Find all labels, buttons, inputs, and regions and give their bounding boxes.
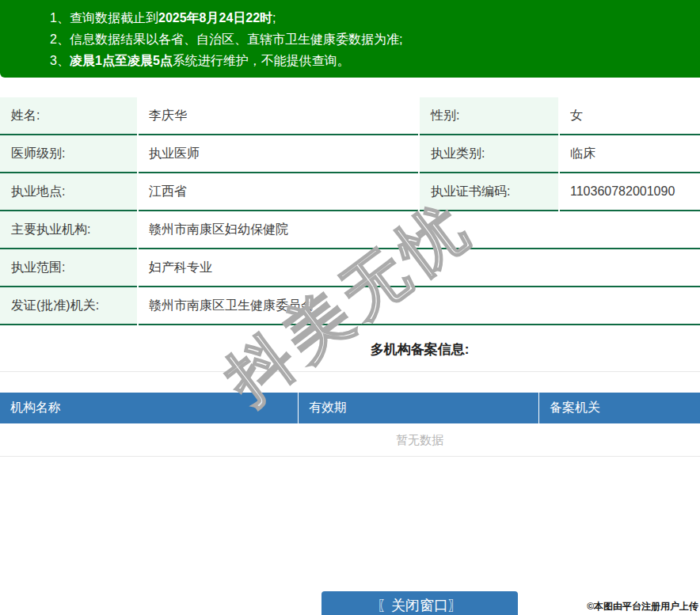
doctor-level-value: 执业医师 — [139, 135, 418, 173]
notice-number: 1、 — [50, 7, 70, 28]
practitioner-info-table: 姓名: 李庆华 性别: 女 医师级别: 执业医师 执业类别: 临床 执业地点: … — [0, 97, 700, 325]
notice-text: ; — [272, 11, 276, 25]
upload-credit-watermark: ©本图由平台注册用户上传 — [587, 600, 698, 613]
notice-number: 2、 — [50, 28, 70, 50]
notice-line-2: 2、信息数据结果以各省、自治区、直辖市卫生健康委数据为准; — [0, 28, 700, 50]
practice-location-value: 江西省 — [139, 173, 418, 211]
notice-text: 系统进行维护，不能提供查询。 — [173, 54, 350, 67]
empty-data-placeholder: 暂无数据 — [0, 423, 700, 457]
notice-text-bold: 2025年8月24日22时 — [158, 11, 272, 25]
notice-line-1: 1、查询数据截止到2025年8月24日22时; — [0, 7, 700, 28]
section-divider — [0, 371, 700, 372]
doctor-level-label: 医师级别: — [0, 135, 137, 173]
notice-line-3: 3、凌晨1点至凌晨5点系统进行维护，不能提供查询。 — [0, 50, 700, 71]
info-row-practice-scope: 执业范围: 妇产科专业 — [0, 249, 700, 287]
multi-institution-filing-table: 机构名称 有效期 备案机关 暂无数据 — [0, 393, 700, 457]
gender-label: 性别: — [420, 97, 558, 135]
notice-number: 3、 — [50, 50, 70, 71]
filing-section-title: 多机构备案信息: — [0, 341, 700, 359]
notice-text-bold: 凌晨1点至凌晨5点 — [70, 54, 173, 67]
info-row-issuing-authority: 发证(批准)机关: 赣州市南康区卫生健康委员会 — [0, 287, 700, 325]
practice-location-label: 执业地点: — [0, 173, 137, 211]
info-row-location-certificate: 执业地点: 江西省 执业证书编码: 110360782001090 — [0, 173, 700, 211]
main-institution-label: 主要执业机构: — [0, 211, 137, 249]
issuing-authority-label: 发证(批准)机关: — [0, 287, 137, 325]
practice-category-value: 临床 — [560, 135, 700, 173]
column-filing-authority: 备案机关 — [538, 393, 700, 423]
name-value: 李庆华 — [139, 97, 418, 135]
issuing-authority-value: 赣州市南康区卫生健康委员会 — [139, 287, 700, 325]
filing-table-header: 机构名称 有效期 备案机关 — [0, 393, 700, 423]
practice-category-label: 执业类别: — [420, 135, 558, 173]
info-row-level-category: 医师级别: 执业医师 执业类别: 临床 — [0, 135, 700, 173]
info-row-name-gender: 姓名: 李庆华 性别: 女 — [0, 97, 700, 135]
certificate-number-value: 110360782001090 — [560, 173, 700, 211]
notice-text: 信息数据结果以各省、自治区、直辖市卫生健康委数据为准; — [70, 32, 402, 46]
gender-value: 女 — [560, 97, 700, 135]
column-institution-name: 机构名称 — [0, 393, 298, 423]
notice-banner: 1、查询数据截止到2025年8月24日22时; 2、信息数据结果以各省、自治区、… — [0, 0, 700, 78]
practice-scope-value: 妇产科专业 — [139, 249, 700, 287]
practice-scope-label: 执业范围: — [0, 249, 137, 287]
page-content: 1、查询数据截止到2025年8月24日22时; 2、信息数据结果以各省、自治区、… — [0, 0, 700, 615]
info-row-main-institution: 主要执业机构: 赣州市南康区妇幼保健院 — [0, 211, 700, 249]
column-valid-period: 有效期 — [298, 393, 538, 423]
main-institution-value: 赣州市南康区妇幼保健院 — [139, 211, 700, 249]
certificate-number-label: 执业证书编码: — [420, 173, 558, 211]
notice-text: 查询数据截止到 — [70, 11, 158, 25]
close-window-button[interactable]: 〖关闭窗口〗 — [321, 591, 518, 615]
name-label: 姓名: — [0, 97, 137, 135]
